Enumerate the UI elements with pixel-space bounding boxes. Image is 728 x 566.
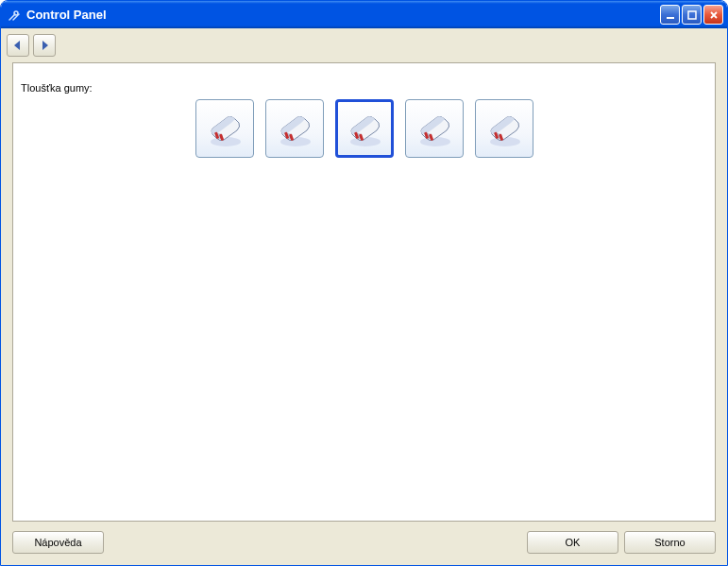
- eraser-option-2[interactable]: [265, 99, 324, 158]
- svg-point-0: [14, 11, 18, 15]
- eraser-icon: [483, 106, 526, 151]
- eraser-option-5[interactable]: [475, 99, 533, 158]
- back-button[interactable]: [7, 34, 29, 57]
- help-button[interactable]: Nápověda: [12, 531, 104, 554]
- svg-rect-1: [667, 17, 674, 19]
- app-icon: [7, 8, 22, 23]
- forward-button[interactable]: [33, 34, 56, 57]
- footer: Nápověda OK Storno: [1, 527, 727, 565]
- eraser-thickness-options: [21, 99, 707, 158]
- cancel-button[interactable]: Storno: [624, 531, 716, 554]
- maximize-button[interactable]: [682, 5, 702, 25]
- titlebar[interactable]: Control Panel: [1, 1, 727, 28]
- eraser-option-1[interactable]: [195, 99, 254, 158]
- content-panel: Tloušťka gumy:: [12, 62, 716, 522]
- window-buttons: [660, 5, 723, 25]
- eraser-icon: [413, 106, 456, 151]
- window-body: Tloušťka gumy: Nápověda OK Storno: [1, 28, 727, 565]
- navbar: [1, 28, 727, 62]
- close-button[interactable]: [703, 5, 723, 25]
- eraser-icon: [203, 106, 246, 151]
- eraser-icon: [273, 106, 316, 151]
- window: Control Panel Tloušťka gumy: Nápověda OK…: [0, 0, 728, 566]
- eraser-option-3[interactable]: [335, 99, 394, 158]
- eraser-icon: [343, 106, 386, 151]
- eraser-option-4[interactable]: [405, 99, 464, 158]
- svg-rect-2: [688, 11, 696, 19]
- minimize-button[interactable]: [660, 5, 680, 25]
- ok-button[interactable]: OK: [527, 531, 618, 554]
- window-title: Control Panel: [26, 8, 660, 22]
- thickness-label: Tloušťka gumy:: [21, 82, 93, 94]
